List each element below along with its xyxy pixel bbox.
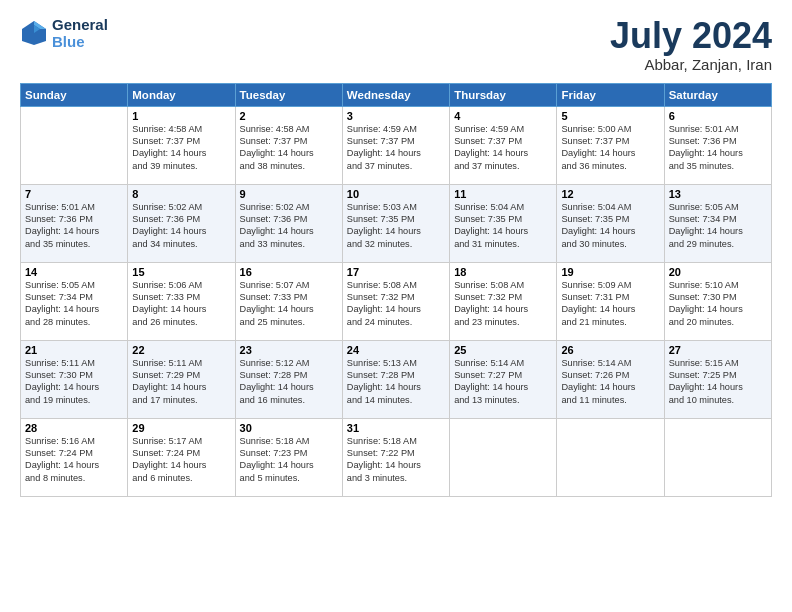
daylight-extra: and 21 minutes.: [561, 316, 659, 328]
sunrise-text: Sunrise: 5:11 AM: [132, 357, 230, 369]
daylight-extra: and 17 minutes.: [132, 394, 230, 406]
daylight-extra: and 5 minutes.: [240, 472, 338, 484]
title-block: July 2024 Abbar, Zanjan, Iran: [610, 16, 772, 73]
sunrise-text: Sunrise: 5:01 AM: [25, 201, 123, 213]
daylight-text: Daylight: 14 hours: [347, 225, 445, 237]
sunrise-text: Sunrise: 5:11 AM: [25, 357, 123, 369]
sunset-text: Sunset: 7:36 PM: [669, 135, 767, 147]
daylight-text: Daylight: 14 hours: [25, 303, 123, 315]
daylight-extra: and 3 minutes.: [347, 472, 445, 484]
calendar-week-5: 28 Sunrise: 5:16 AM Sunset: 7:24 PM Dayl…: [21, 418, 772, 496]
daylight-text: Daylight: 14 hours: [454, 147, 552, 159]
header-friday: Friday: [557, 83, 664, 106]
sunset-text: Sunset: 7:32 PM: [454, 291, 552, 303]
calendar-cell: [21, 106, 128, 184]
sunrise-text: Sunrise: 5:18 AM: [240, 435, 338, 447]
date-number: 2: [240, 110, 338, 122]
sunset-text: Sunset: 7:37 PM: [454, 135, 552, 147]
date-number: 13: [669, 188, 767, 200]
calendar-cell: 16 Sunrise: 5:07 AM Sunset: 7:33 PM Dayl…: [235, 262, 342, 340]
sunset-text: Sunset: 7:23 PM: [240, 447, 338, 459]
header-tuesday: Tuesday: [235, 83, 342, 106]
sunset-text: Sunset: 7:36 PM: [132, 213, 230, 225]
sunrise-text: Sunrise: 5:12 AM: [240, 357, 338, 369]
sunset-text: Sunset: 7:28 PM: [347, 369, 445, 381]
daylight-extra: and 36 minutes.: [561, 160, 659, 172]
daylight-extra: and 31 minutes.: [454, 238, 552, 250]
daylight-extra: and 30 minutes.: [561, 238, 659, 250]
date-number: 1: [132, 110, 230, 122]
daylight-text: Daylight: 14 hours: [132, 225, 230, 237]
date-number: 23: [240, 344, 338, 356]
sunrise-text: Sunrise: 5:10 AM: [669, 279, 767, 291]
calendar-cell: 23 Sunrise: 5:12 AM Sunset: 7:28 PM Dayl…: [235, 340, 342, 418]
sunset-text: Sunset: 7:28 PM: [240, 369, 338, 381]
sunset-text: Sunset: 7:37 PM: [561, 135, 659, 147]
date-number: 19: [561, 266, 659, 278]
date-number: 28: [25, 422, 123, 434]
sunset-text: Sunset: 7:33 PM: [240, 291, 338, 303]
calendar-cell: 17 Sunrise: 5:08 AM Sunset: 7:32 PM Dayl…: [342, 262, 449, 340]
sunrise-text: Sunrise: 5:13 AM: [347, 357, 445, 369]
date-number: 10: [347, 188, 445, 200]
calendar-cell: 21 Sunrise: 5:11 AM Sunset: 7:30 PM Dayl…: [21, 340, 128, 418]
sunrise-text: Sunrise: 5:04 AM: [561, 201, 659, 213]
daylight-text: Daylight: 14 hours: [669, 147, 767, 159]
sunrise-text: Sunrise: 5:15 AM: [669, 357, 767, 369]
daylight-text: Daylight: 14 hours: [132, 147, 230, 159]
sunrise-text: Sunrise: 5:14 AM: [454, 357, 552, 369]
daylight-extra: and 24 minutes.: [347, 316, 445, 328]
daylight-text: Daylight: 14 hours: [347, 459, 445, 471]
sunset-text: Sunset: 7:37 PM: [240, 135, 338, 147]
sunset-text: Sunset: 7:29 PM: [132, 369, 230, 381]
sunset-text: Sunset: 7:36 PM: [240, 213, 338, 225]
date-number: 24: [347, 344, 445, 356]
daylight-extra: and 23 minutes.: [454, 316, 552, 328]
daylight-text: Daylight: 14 hours: [240, 225, 338, 237]
daylight-text: Daylight: 14 hours: [240, 381, 338, 393]
daylight-text: Daylight: 14 hours: [454, 303, 552, 315]
daylight-extra: and 34 minutes.: [132, 238, 230, 250]
daylight-text: Daylight: 14 hours: [454, 225, 552, 237]
daylight-extra: and 11 minutes.: [561, 394, 659, 406]
daylight-extra: and 37 minutes.: [454, 160, 552, 172]
location: Abbar, Zanjan, Iran: [610, 56, 772, 73]
calendar-cell: [557, 418, 664, 496]
header-wednesday: Wednesday: [342, 83, 449, 106]
date-number: 9: [240, 188, 338, 200]
sunset-text: Sunset: 7:24 PM: [132, 447, 230, 459]
sunset-text: Sunset: 7:35 PM: [454, 213, 552, 225]
date-number: 18: [454, 266, 552, 278]
calendar-cell: 25 Sunrise: 5:14 AM Sunset: 7:27 PM Dayl…: [450, 340, 557, 418]
daylight-text: Daylight: 14 hours: [25, 225, 123, 237]
daylight-text: Daylight: 14 hours: [561, 303, 659, 315]
daylight-extra: and 29 minutes.: [669, 238, 767, 250]
daylight-extra: and 20 minutes.: [669, 316, 767, 328]
date-number: 12: [561, 188, 659, 200]
date-number: 15: [132, 266, 230, 278]
sunrise-text: Sunrise: 4:58 AM: [240, 123, 338, 135]
calendar-cell: 26 Sunrise: 5:14 AM Sunset: 7:26 PM Dayl…: [557, 340, 664, 418]
calendar-cell: 1 Sunrise: 4:58 AM Sunset: 7:37 PM Dayli…: [128, 106, 235, 184]
daylight-extra: and 35 minutes.: [669, 160, 767, 172]
calendar-cell: 4 Sunrise: 4:59 AM Sunset: 7:37 PM Dayli…: [450, 106, 557, 184]
daylight-text: Daylight: 14 hours: [240, 459, 338, 471]
calendar-week-2: 7 Sunrise: 5:01 AM Sunset: 7:36 PM Dayli…: [21, 184, 772, 262]
daylight-extra: and 8 minutes.: [25, 472, 123, 484]
sunrise-text: Sunrise: 5:02 AM: [132, 201, 230, 213]
date-number: 7: [25, 188, 123, 200]
calendar-cell: 19 Sunrise: 5:09 AM Sunset: 7:31 PM Dayl…: [557, 262, 664, 340]
calendar-cell: 6 Sunrise: 5:01 AM Sunset: 7:36 PM Dayli…: [664, 106, 771, 184]
daylight-text: Daylight: 14 hours: [240, 303, 338, 315]
calendar-cell: 8 Sunrise: 5:02 AM Sunset: 7:36 PM Dayli…: [128, 184, 235, 262]
date-number: 31: [347, 422, 445, 434]
sunset-text: Sunset: 7:35 PM: [347, 213, 445, 225]
calendar-cell: 9 Sunrise: 5:02 AM Sunset: 7:36 PM Dayli…: [235, 184, 342, 262]
calendar-cell: [664, 418, 771, 496]
daylight-text: Daylight: 14 hours: [347, 381, 445, 393]
daylight-extra: and 6 minutes.: [132, 472, 230, 484]
daylight-text: Daylight: 14 hours: [347, 147, 445, 159]
date-number: 11: [454, 188, 552, 200]
date-number: 3: [347, 110, 445, 122]
sunrise-text: Sunrise: 5:14 AM: [561, 357, 659, 369]
